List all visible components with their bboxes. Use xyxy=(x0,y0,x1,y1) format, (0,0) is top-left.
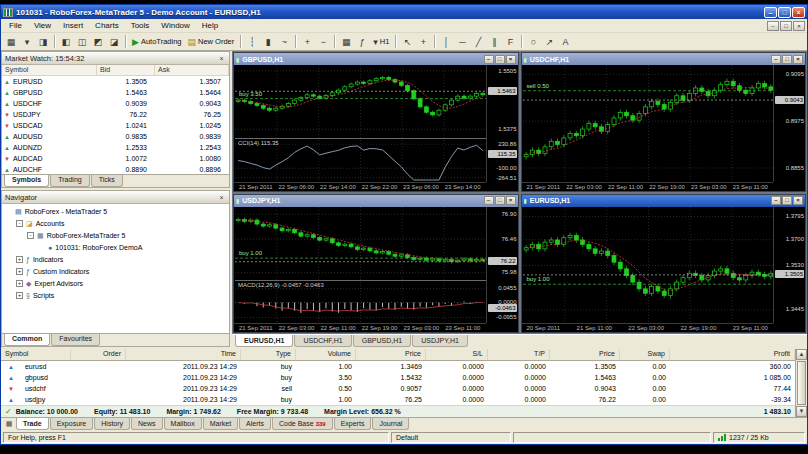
expand-icon[interactable]: + xyxy=(16,268,23,275)
navigator-item-custom-indicators[interactable]: +ƒCustom Indicators xyxy=(2,265,229,277)
close-icon[interactable]: × xyxy=(217,194,226,201)
market-watch-row-usdchf[interactable]: ▲USDCHF0.90390.9043 xyxy=(2,98,229,109)
market-watch-header[interactable]: Market Watch: 15:54:32 × xyxy=(2,52,229,65)
bar-chart-icon[interactable]: ┆ xyxy=(244,34,260,49)
new-chart-icon[interactable]: ▦ xyxy=(3,34,19,49)
mdi-minimize-button[interactable]: – xyxy=(767,21,779,31)
chart-restore-button[interactable]: □ xyxy=(495,55,505,64)
column-header-order[interactable]: Order xyxy=(71,349,126,360)
position-row-gbpusd[interactable]: ▲gbpusd2011.09.23 14:29buy3.501.54320.00… xyxy=(1,372,795,383)
toolbox-tab-mailbox[interactable]: Mailbox xyxy=(164,418,202,430)
window-tab-eurusd-h1[interactable]: EURUSD,H1 xyxy=(235,335,293,347)
chart-window-eurusd[interactable]: ▮EURUSD,H1–□×buy 1.001.37951.37001.35301… xyxy=(521,194,807,334)
chart-window-gbpusd[interactable]: ▮GBPUSD,H1–□×buy 3.50CCI(14) 115.351.550… xyxy=(233,52,519,192)
trendline-icon[interactable]: ╱ xyxy=(470,34,486,49)
navigator-item-indicators[interactable]: +ƒIndicators xyxy=(2,253,229,265)
fibonacci-icon[interactable]: F xyxy=(502,34,518,49)
restore-button[interactable]: □ xyxy=(778,7,791,18)
column-header-symbol[interactable]: Symbol xyxy=(1,349,71,360)
window-tab-usdchf-h1[interactable]: USDCHF,H1 xyxy=(294,335,351,347)
menu-file[interactable]: File xyxy=(3,20,28,31)
chart-close-button[interactable]: × xyxy=(506,55,516,64)
market-watch-row-audusd[interactable]: ▲AUDUSD0.98350.9839 xyxy=(2,131,229,142)
column-header-profit[interactable]: Profit xyxy=(670,349,795,360)
column-header-type[interactable]: Type xyxy=(241,349,296,360)
menu-insert[interactable]: Insert xyxy=(57,20,89,31)
zoom-out-icon[interactable]: − xyxy=(315,34,331,49)
minimize-button[interactable]: – xyxy=(764,7,777,18)
new-order-button[interactable]: ▤New Order xyxy=(185,34,238,49)
chart-window-usdchf[interactable]: ▮USDCHF,H1–□×sell 0.500.90950.89750.8855… xyxy=(521,52,807,192)
text-label-icon[interactable]: A xyxy=(557,34,573,49)
chart-title-bar[interactable]: ▮USDJPY,H1–□× xyxy=(234,195,518,207)
market-watch-tab-trading[interactable]: Trading xyxy=(50,175,89,187)
navigator-tab-favourites[interactable]: Favourites xyxy=(51,334,100,346)
profile-selector[interactable]: Default xyxy=(391,432,511,443)
crosshair-icon[interactable]: + xyxy=(415,34,431,49)
navigator-tab-common[interactable]: Common xyxy=(4,334,50,346)
chart-title-bar[interactable]: ▮GBPUSD,H1–□× xyxy=(234,53,518,65)
market-watch-tab-symbols[interactable]: Symbols xyxy=(4,175,49,187)
mdi-close-button[interactable]: × xyxy=(793,21,805,31)
chart-canvas[interactable]: sell 0.500.90950.89750.88550.904321 Sep … xyxy=(522,65,806,191)
expand-icon[interactable]: + xyxy=(16,256,23,263)
position-row-usdjpy[interactable]: ▲usdjpy2011.09.23 14:29buy1.0076.250.000… xyxy=(1,394,795,405)
candle-chart-icon[interactable]: ▮ xyxy=(260,34,276,49)
column-header-symbol[interactable]: Symbol xyxy=(2,65,97,75)
window-tab-gbpusd-h1[interactable]: GBPUSD,H1 xyxy=(353,335,411,347)
toolbox-tab-code-base[interactable]: Code Base339 xyxy=(272,418,333,430)
market-watch-row-usdcad[interactable]: ▼USDCAD1.02411.0245 xyxy=(2,120,229,131)
window-tab-usdjpy-h1[interactable]: USDJPY,H1 xyxy=(412,335,468,347)
toolbox-toggle-icon[interactable]: ◪ xyxy=(106,34,122,49)
toolbox-scrollbar[interactable]: ▲ ▼ xyxy=(795,349,807,417)
chart-restore-button[interactable]: □ xyxy=(495,196,505,205)
toolbox-tab-history[interactable]: History xyxy=(94,418,130,430)
column-header-time[interactable]: Time xyxy=(126,349,241,360)
chart-restore-button[interactable]: □ xyxy=(782,55,792,64)
expand-icon[interactable]: + xyxy=(16,292,23,299)
column-header-price[interactable]: Price xyxy=(550,349,620,360)
data-window-toggle-icon[interactable]: ◫ xyxy=(74,34,90,49)
menu-help[interactable]: Help xyxy=(196,20,224,31)
timeframe-button[interactable]: ▾H1 xyxy=(370,34,392,49)
column-header-t-p[interactable]: T/P xyxy=(488,349,550,360)
column-header-volume[interactable]: Volume xyxy=(296,349,356,360)
chart-close-button[interactable]: × xyxy=(793,196,803,205)
autotrading-button[interactable]: ▶AutoTrading xyxy=(129,34,185,49)
line-chart-icon[interactable]: ~ xyxy=(276,34,292,49)
column-header-swap[interactable]: Swap xyxy=(620,349,670,360)
navigator-item-roboforex-metatrader-5[interactable]: -▦RoboForex-MetaTrader 5 xyxy=(2,229,229,241)
chart-minimize-button[interactable]: – xyxy=(484,196,494,205)
close-button[interactable]: × xyxy=(792,7,805,18)
title-bar[interactable]: 101031 - RoboForex-MetaTrader 5 - Demo A… xyxy=(1,5,807,19)
scroll-thumb[interactable] xyxy=(797,361,806,405)
market-watch-row-gbpusd[interactable]: ▲GBPUSD1.54631.5464 xyxy=(2,87,229,98)
navigator-item-expert-advisors[interactable]: +◆Expert Advisors xyxy=(2,277,229,289)
navigator-item-roboforex-metatrader-5[interactable]: ▤RoboForex - MetaTrader 5 xyxy=(2,205,229,217)
market-watch-row-audchf[interactable]: ▲AUDCHF0.88900.8896 xyxy=(2,164,229,174)
chart-canvas[interactable]: buy 1.001.37951.37001.35301.34451.350520… xyxy=(522,207,806,333)
chart-title-bar[interactable]: ▮USDCHF,H1–□× xyxy=(522,53,806,65)
market-watch-row-audcad[interactable]: ▼AUDCAD1.00721.0080 xyxy=(2,153,229,164)
navigator-item-scripts[interactable]: +§Scripts xyxy=(2,289,229,301)
navigator-toggle-icon[interactable]: ◩ xyxy=(90,34,106,49)
position-row-usdchf[interactable]: ▼usdchf2011.09.23 14:29sell0.500.90570.0… xyxy=(1,383,795,394)
market-watch-row-eurusd[interactable]: ▲EURUSD1.35051.3507 xyxy=(2,76,229,87)
chart-minimize-button[interactable]: – xyxy=(484,55,494,64)
menu-window[interactable]: Window xyxy=(155,20,195,31)
cursor-icon[interactable]: ↖ xyxy=(399,34,415,49)
market-watch-toggle-icon[interactable]: ◧ xyxy=(58,34,74,49)
navigator-item-101031-roboforex-demoa[interactable]: ●101031: RoboForex DemoA xyxy=(2,241,229,253)
chart-dropdown-icon[interactable]: ▾ xyxy=(19,34,35,49)
chart-minimize-button[interactable]: – xyxy=(771,196,781,205)
column-header-bid[interactable]: Bid xyxy=(97,65,155,75)
navigator-header[interactable]: Navigator × xyxy=(2,191,229,204)
zoom-in-icon[interactable]: + xyxy=(299,34,315,49)
toolbox-tab-exposure[interactable]: Exposure xyxy=(50,418,94,430)
market-watch-row-usdjpy[interactable]: ▼USDJPY76.2276.25 xyxy=(2,109,229,120)
connection-status[interactable]: 1237 / 25 Kb xyxy=(713,432,805,443)
chart-canvas[interactable]: buy 1.00MACD(12,26,9) -0.0457 -0.046376.… xyxy=(234,207,518,333)
arrows-icon[interactable]: ↗ xyxy=(541,34,557,49)
tile-windows-icon[interactable]: ▦ xyxy=(338,34,354,49)
vertical-line-icon[interactable]: │ xyxy=(438,34,454,49)
